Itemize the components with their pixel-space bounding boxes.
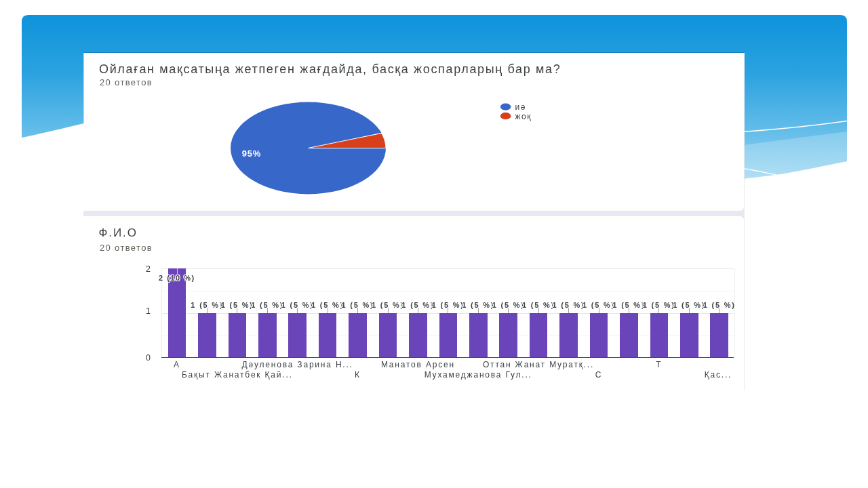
svg-text:95%: 95% — [242, 148, 261, 159]
